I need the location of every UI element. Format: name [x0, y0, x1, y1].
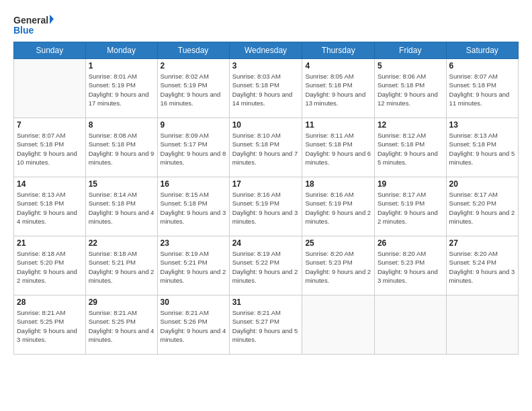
day-info: Sunrise: 8:14 AMSunset: 5:18 PMDaylight:… [89, 190, 154, 226]
header-cell-thursday: Thursday [302, 42, 375, 59]
header-cell-wednesday: Wednesday [229, 42, 302, 59]
logo: General Blue [13, 13, 54, 38]
day-number: 20 [449, 179, 515, 189]
header-cell-sunday: Sunday [14, 42, 86, 59]
day-number: 8 [89, 120, 154, 130]
day-info: Sunrise: 8:07 AMSunset: 5:18 PMDaylight:… [449, 72, 515, 107]
calendar-body: 1Sunrise: 8:01 AMSunset: 5:19 PMDaylight… [14, 59, 519, 355]
day-cell [302, 295, 375, 355]
day-info: Sunrise: 8:18 AMSunset: 5:21 PMDaylight:… [89, 249, 154, 285]
day-number: 3 [232, 61, 300, 71]
day-number: 11 [305, 120, 371, 130]
day-number: 9 [161, 120, 226, 130]
day-number: 30 [161, 298, 226, 307]
day-cell: 14Sunrise: 8:13 AMSunset: 5:18 PMDayligh… [14, 177, 86, 236]
svg-text:General: General [13, 15, 48, 26]
day-cell: 11Sunrise: 8:11 AMSunset: 5:18 PMDayligh… [302, 118, 375, 177]
day-cell: 15Sunrise: 8:14 AMSunset: 5:18 PMDayligh… [85, 177, 157, 236]
day-info: Sunrise: 8:19 AMSunset: 5:22 PMDaylight:… [232, 249, 300, 285]
day-number: 31 [232, 298, 300, 307]
day-cell: 19Sunrise: 8:17 AMSunset: 5:19 PMDayligh… [374, 177, 446, 236]
day-info: Sunrise: 8:21 AMSunset: 5:25 PMDaylight:… [17, 308, 83, 344]
day-cell: 26Sunrise: 8:20 AMSunset: 5:23 PMDayligh… [374, 236, 446, 295]
day-cell: 27Sunrise: 8:20 AMSunset: 5:24 PMDayligh… [446, 236, 518, 295]
day-number: 19 [378, 179, 443, 189]
day-cell: 20Sunrise: 8:17 AMSunset: 5:20 PMDayligh… [446, 177, 518, 236]
calendar-container: General Blue SundayMondayTuesdayWednesda… [0, 0, 532, 361]
svg-marker-2 [50, 15, 54, 24]
day-cell: 8Sunrise: 8:08 AMSunset: 5:18 PMDaylight… [85, 118, 157, 177]
header-row: SundayMondayTuesdayWednesdayThursdayFrid… [14, 42, 519, 59]
day-info: Sunrise: 8:01 AMSunset: 5:19 PMDaylight:… [89, 72, 154, 107]
day-cell: 25Sunrise: 8:20 AMSunset: 5:23 PMDayligh… [302, 236, 375, 295]
day-cell: 3Sunrise: 8:03 AMSunset: 5:18 PMDaylight… [229, 59, 302, 118]
day-number: 16 [161, 179, 226, 189]
day-cell: 28Sunrise: 8:21 AMSunset: 5:25 PMDayligh… [14, 295, 86, 355]
header-cell-tuesday: Tuesday [157, 42, 229, 59]
day-cell: 31Sunrise: 8:21 AMSunset: 5:27 PMDayligh… [229, 295, 302, 355]
day-number: 23 [161, 238, 226, 248]
day-number: 10 [232, 120, 300, 130]
day-info: Sunrise: 8:09 AMSunset: 5:17 PMDaylight:… [161, 131, 226, 167]
day-number: 6 [449, 61, 515, 71]
day-cell [374, 295, 446, 355]
day-number: 25 [305, 238, 371, 248]
header-cell-monday: Monday [85, 42, 157, 59]
day-number: 24 [232, 238, 300, 248]
day-cell: 10Sunrise: 8:10 AMSunset: 5:18 PMDayligh… [229, 118, 302, 177]
day-info: Sunrise: 8:10 AMSunset: 5:18 PMDaylight:… [232, 131, 300, 167]
day-number: 22 [89, 238, 154, 248]
day-info: Sunrise: 8:05 AMSunset: 5:18 PMDaylight:… [305, 72, 371, 107]
day-cell: 21Sunrise: 8:18 AMSunset: 5:20 PMDayligh… [14, 236, 86, 295]
day-number: 15 [89, 179, 154, 189]
day-info: Sunrise: 8:03 AMSunset: 5:18 PMDaylight:… [232, 72, 300, 107]
day-number: 2 [161, 61, 226, 71]
day-info: Sunrise: 8:06 AMSunset: 5:18 PMDaylight:… [378, 72, 443, 107]
day-number: 26 [378, 238, 443, 248]
day-number: 18 [305, 179, 371, 189]
day-cell: 2Sunrise: 8:02 AMSunset: 5:19 PMDaylight… [157, 59, 229, 118]
day-cell: 18Sunrise: 8:16 AMSunset: 5:19 PMDayligh… [302, 177, 375, 236]
day-info: Sunrise: 8:08 AMSunset: 5:18 PMDaylight:… [89, 131, 154, 167]
week-row-2: 14Sunrise: 8:13 AMSunset: 5:18 PMDayligh… [14, 177, 519, 236]
day-info: Sunrise: 8:20 AMSunset: 5:23 PMDaylight:… [305, 249, 371, 285]
week-row-4: 28Sunrise: 8:21 AMSunset: 5:25 PMDayligh… [14, 295, 519, 355]
day-info: Sunrise: 8:15 AMSunset: 5:18 PMDaylight:… [161, 190, 226, 226]
day-info: Sunrise: 8:17 AMSunset: 5:20 PMDaylight:… [449, 190, 515, 226]
calendar-table: SundayMondayTuesdayWednesdayThursdayFrid… [13, 42, 519, 355]
week-row-1: 7Sunrise: 8:07 AMSunset: 5:18 PMDaylight… [14, 118, 519, 177]
day-info: Sunrise: 8:18 AMSunset: 5:20 PMDaylight:… [17, 249, 83, 285]
day-number: 7 [17, 120, 83, 130]
day-info: Sunrise: 8:21 AMSunset: 5:27 PMDaylight:… [232, 308, 300, 344]
day-cell [14, 59, 86, 118]
day-info: Sunrise: 8:02 AMSunset: 5:19 PMDaylight:… [161, 72, 226, 107]
day-cell: 9Sunrise: 8:09 AMSunset: 5:17 PMDaylight… [157, 118, 229, 177]
day-number: 1 [89, 61, 154, 71]
day-cell: 22Sunrise: 8:18 AMSunset: 5:21 PMDayligh… [85, 236, 157, 295]
svg-text:Blue: Blue [13, 25, 34, 36]
day-number: 27 [449, 238, 515, 248]
day-cell: 7Sunrise: 8:07 AMSunset: 5:18 PMDaylight… [14, 118, 86, 177]
day-cell: 6Sunrise: 8:07 AMSunset: 5:18 PMDaylight… [446, 59, 518, 118]
day-cell: 13Sunrise: 8:13 AMSunset: 5:18 PMDayligh… [446, 118, 518, 177]
day-info: Sunrise: 8:20 AMSunset: 5:24 PMDaylight:… [449, 249, 515, 285]
day-cell: 12Sunrise: 8:12 AMSunset: 5:18 PMDayligh… [374, 118, 446, 177]
day-number: 12 [378, 120, 443, 130]
day-info: Sunrise: 8:19 AMSunset: 5:21 PMDaylight:… [161, 249, 226, 285]
day-info: Sunrise: 8:20 AMSunset: 5:23 PMDaylight:… [378, 249, 443, 285]
day-info: Sunrise: 8:21 AMSunset: 5:26 PMDaylight:… [161, 308, 226, 344]
day-cell: 1Sunrise: 8:01 AMSunset: 5:19 PMDaylight… [85, 59, 157, 118]
day-info: Sunrise: 8:21 AMSunset: 5:25 PMDaylight:… [89, 308, 154, 344]
day-number: 14 [17, 179, 83, 189]
day-info: Sunrise: 8:13 AMSunset: 5:18 PMDaylight:… [449, 131, 515, 167]
calendar-header: SundayMondayTuesdayWednesdayThursdayFrid… [14, 42, 519, 59]
header: General Blue [13, 11, 519, 38]
day-cell: 29Sunrise: 8:21 AMSunset: 5:25 PMDayligh… [85, 295, 157, 355]
logo-svg: General Blue [13, 13, 54, 38]
day-cell [446, 295, 518, 355]
day-cell: 17Sunrise: 8:16 AMSunset: 5:19 PMDayligh… [229, 177, 302, 236]
day-number: 13 [449, 120, 515, 130]
day-cell: 30Sunrise: 8:21 AMSunset: 5:26 PMDayligh… [157, 295, 229, 355]
day-cell: 24Sunrise: 8:19 AMSunset: 5:22 PMDayligh… [229, 236, 302, 295]
day-number: 28 [17, 298, 83, 307]
